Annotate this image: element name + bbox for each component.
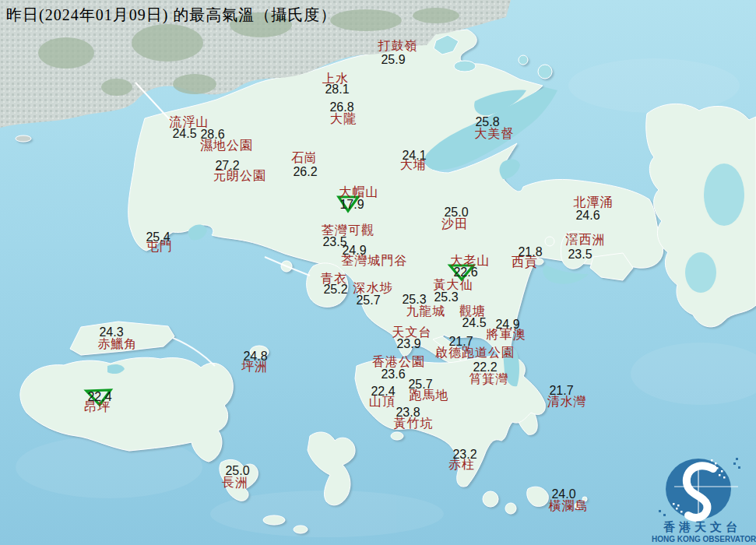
station-max-temperature: 25.7 [408, 378, 432, 391]
station-max-temperature: 27.2 [215, 160, 239, 172]
station-name: 香港公園 [372, 356, 425, 368]
tap-mun-island [538, 65, 552, 79]
station-max-temperature: 22.6 [453, 266, 477, 279]
station-max-temperature: 28.1 [325, 83, 349, 96]
station-name: 長洲 [222, 476, 248, 489]
station-max-temperature: 28.6 [200, 128, 224, 141]
station-max-temperature: 25.3 [402, 294, 426, 306]
station-max-temperature: 23.8 [396, 406, 420, 419]
hko-logo-name-en: HONG KONG OBSERVATORY [652, 535, 753, 543]
station-max-temperature: 26.2 [293, 166, 317, 178]
station-max-temperature: 25.3 [434, 291, 458, 304]
station-max-temperature: 25.2 [323, 283, 347, 296]
beaufort-island [505, 503, 516, 514]
station-name: 黃竹坑 [394, 417, 434, 430]
station-max-temperature: 21.7 [549, 385, 573, 397]
station-max-temperature: 22.2 [473, 361, 497, 374]
weather-map-page: 昨日(2024年01月09日) 的最高氣溫（攝氏度） 打鼓嶺 25.9 上水 2… [0, 0, 756, 545]
station-name: 濕地公園 [200, 139, 253, 152]
station-max-temperature: 23.5 [568, 248, 592, 261]
station-name: 北潭涌 [574, 196, 614, 209]
station-max-temperature: 25.4 [146, 231, 170, 244]
hong-kong-map [0, 0, 756, 545]
hko-logo-name-cn: 香港天文台 [652, 520, 753, 535]
map-title: 昨日(2024年01月09日) 的最高氣溫（攝氏度） [6, 5, 336, 26]
station-max-temperature: 24.8 [243, 350, 267, 363]
station-max-temperature: 21.8 [518, 246, 542, 258]
station-name: 啟德跑道公園 [435, 346, 515, 359]
station-name: 黃大仙 [434, 279, 473, 291]
station-max-temperature: 24.0 [551, 488, 575, 501]
station-max-temperature: 23.6 [381, 368, 405, 381]
station-max-temperature: 25.7 [356, 294, 380, 307]
yim-tin-tsai-island [545, 237, 554, 246]
station-name: 筲箕灣 [469, 373, 509, 385]
station-max-temperature: 22.4 [371, 385, 395, 398]
station-name: 深水埗 [353, 282, 393, 294]
station-name: 清水灣 [547, 396, 587, 408]
dapeng-cyan-patch-2 [685, 252, 716, 293]
station-max-temperature: 24.6 [575, 209, 600, 222]
dapeng-cyan-patch [704, 164, 744, 226]
station-max-temperature: 24.9 [342, 244, 366, 257]
po-toi-island [483, 491, 498, 507]
station-name: 跑馬地 [410, 389, 449, 402]
hko-logo: 香港天文台 HONG KONG OBSERVATORY [652, 519, 753, 543]
station-name: 滘西洲 [566, 234, 606, 246]
station-name: 大隴 [330, 113, 357, 125]
station-max-temperature: 23.9 [396, 338, 420, 350]
station-max-temperature: 23.2 [452, 448, 476, 461]
soko-islet [263, 515, 285, 525]
station-max-temperature: 21.7 [448, 336, 473, 348]
station-max-temperature: 24.9 [495, 318, 519, 331]
station-max-temperature: 24.1 [402, 149, 426, 162]
station-max-temperature: 22.4 [87, 391, 111, 403]
station-max-temperature: 24.3 [99, 326, 123, 339]
deep-bay-islet [16, 135, 31, 142]
station-name: 大帽山 [339, 186, 379, 199]
ko-lau-wan-islet [519, 55, 528, 65]
station-name: 大美督 [475, 128, 515, 140]
station-max-temperature: 24.5 [462, 317, 486, 329]
wong-wan-chau-island [454, 61, 476, 72]
station-max-temperature: 26.8 [329, 101, 353, 114]
station-max-temperature: 25.0 [444, 206, 468, 219]
station-name: 赤鱲角 [98, 338, 138, 350]
ap-lei-chau-island [391, 432, 403, 440]
station-max-temperature: 24.5 [172, 128, 196, 140]
station-max-temperature: 25.0 [225, 465, 249, 477]
station-name: 打鼓嶺 [378, 40, 418, 52]
station-max-temperature: 25.9 [381, 54, 405, 66]
station-name: 橫瀾島 [549, 500, 589, 512]
station-max-temperature: 17.9 [339, 199, 364, 211]
soko-islet-2 [294, 526, 308, 533]
station-name: 沙田 [441, 218, 468, 230]
station-name: 石崗 [291, 152, 318, 164]
station-max-temperature: 25.8 [475, 116, 499, 128]
station-name: 九龍城 [406, 305, 446, 318]
